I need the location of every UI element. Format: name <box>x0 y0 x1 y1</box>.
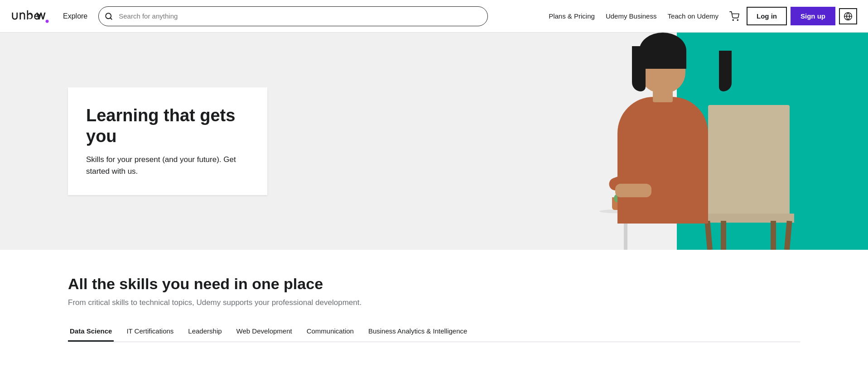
udemy-business-link[interactable]: Udemy Business <box>602 10 661 22</box>
skills-tabs: Data ScienceIT CertificationsLeadershipW… <box>68 322 800 342</box>
skills-title: All the skills you need in one place <box>68 275 800 293</box>
skill-tab-communication[interactable]: Communication <box>305 322 356 342</box>
hero-section: Learning that gets you Skills for your p… <box>0 33 868 250</box>
skills-subtitle: From critical skills to technical topics… <box>68 298 800 307</box>
skill-tab-web-development[interactable]: Web Development <box>235 322 294 342</box>
hero-title: Learning that gets you <box>86 105 249 147</box>
login-button[interactable]: Log in <box>747 7 787 25</box>
hero-person-image <box>590 42 799 250</box>
plans-pricing-link[interactable]: Plans & Pricing <box>545 10 598 22</box>
nav-links: Plans & Pricing Udemy Business Teach on … <box>545 7 857 25</box>
explore-button[interactable]: Explore <box>59 10 91 22</box>
svg-point-3 <box>737 19 738 20</box>
skill-tab-leadership[interactable]: Leadership <box>186 322 223 342</box>
language-button[interactable] <box>839 8 857 24</box>
svg-line-1 <box>111 18 112 19</box>
search-bar <box>98 6 488 26</box>
search-input[interactable] <box>98 6 488 26</box>
hero-text-card: Learning that gets you Skills for your p… <box>68 87 267 195</box>
teach-on-udemy-link[interactable]: Teach on Udemy <box>664 10 722 22</box>
cart-button[interactable] <box>726 10 743 23</box>
skill-tab-it-certifications[interactable]: IT Certifications <box>125 322 175 342</box>
udemy-logo[interactable] <box>11 9 52 24</box>
header: Explore Plans & Pricing Udemy Business T… <box>0 0 868 33</box>
signup-button[interactable]: Sign up <box>791 7 835 25</box>
skill-tab-data-science[interactable]: Data Science <box>68 322 114 342</box>
hero-subtitle: Skills for your present (and your future… <box>86 154 249 177</box>
skills-section: All the skills you need in one place Fro… <box>0 250 868 357</box>
svg-point-2 <box>733 19 733 20</box>
search-icon <box>105 12 113 20</box>
skill-tab-business-analytics-&-intelligence[interactable]: Business Analytics & Intelligence <box>366 322 469 342</box>
